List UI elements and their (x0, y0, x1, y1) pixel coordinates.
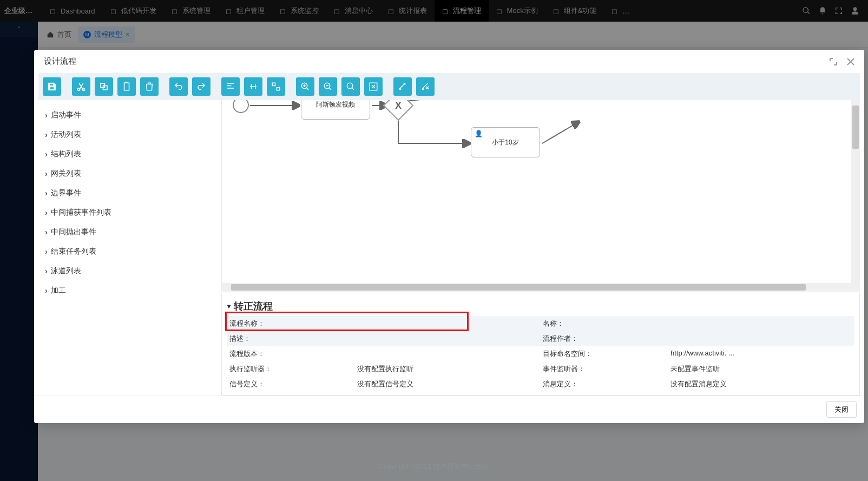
modal-overlay: 设计流程 (0, 0, 868, 22)
